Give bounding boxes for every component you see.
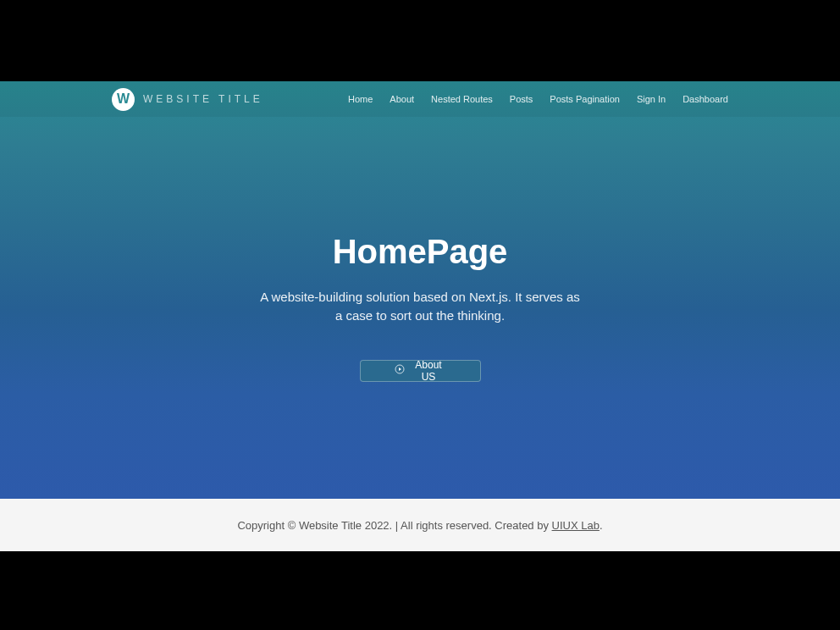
nav-link-nested-routes[interactable]: Nested Routes bbox=[431, 94, 493, 104]
top-nav: W WEBSITE TITLE Home About Nested Routes… bbox=[0, 81, 840, 117]
nav-link-sign-in[interactable]: Sign In bbox=[637, 94, 666, 104]
footer-text: Copyright © Website Title 2022. | All ri… bbox=[237, 519, 602, 532]
footer: Copyright © Website Title 2022. | All ri… bbox=[0, 499, 840, 551]
hero-content: HomePage A website-building solution bas… bbox=[208, 233, 632, 382]
nav-link-home[interactable]: Home bbox=[348, 94, 373, 104]
nav-link-dashboard[interactable]: Dashboard bbox=[682, 94, 728, 104]
copyright-text: Copyright © Website Title 2022. | All ri… bbox=[237, 519, 551, 532]
hero-description: A website-building solution based on Nex… bbox=[208, 288, 632, 326]
hero-section: W WEBSITE TITLE Home About Nested Routes… bbox=[0, 81, 840, 499]
footer-link-uiux-lab[interactable]: UIUX Lab bbox=[552, 519, 600, 532]
nav-links: Home About Nested Routes Posts Posts Pag… bbox=[348, 94, 728, 104]
black-top-bar bbox=[0, 0, 840, 81]
logo-badge: W bbox=[112, 88, 135, 111]
logo-letter: W bbox=[117, 91, 130, 107]
hero-title: HomePage bbox=[208, 233, 632, 271]
black-bottom-bar bbox=[0, 551, 840, 630]
about-us-button[interactable]: About US bbox=[360, 360, 481, 382]
footer-suffix: . bbox=[600, 519, 603, 532]
page-wrapper: W WEBSITE TITLE Home About Nested Routes… bbox=[0, 0, 840, 630]
nav-link-about[interactable]: About bbox=[390, 94, 414, 104]
main-section: W WEBSITE TITLE Home About Nested Routes… bbox=[0, 81, 840, 551]
brand-name: WEBSITE TITLE bbox=[143, 93, 263, 105]
svg-marker-1 bbox=[399, 368, 401, 371]
nav-link-posts-pagination[interactable]: Posts Pagination bbox=[550, 94, 620, 104]
cta-label: About US bbox=[412, 359, 446, 383]
nav-link-posts[interactable]: Posts bbox=[510, 94, 533, 104]
nav-brand[interactable]: W WEBSITE TITLE bbox=[112, 88, 263, 111]
play-icon bbox=[395, 364, 405, 377]
